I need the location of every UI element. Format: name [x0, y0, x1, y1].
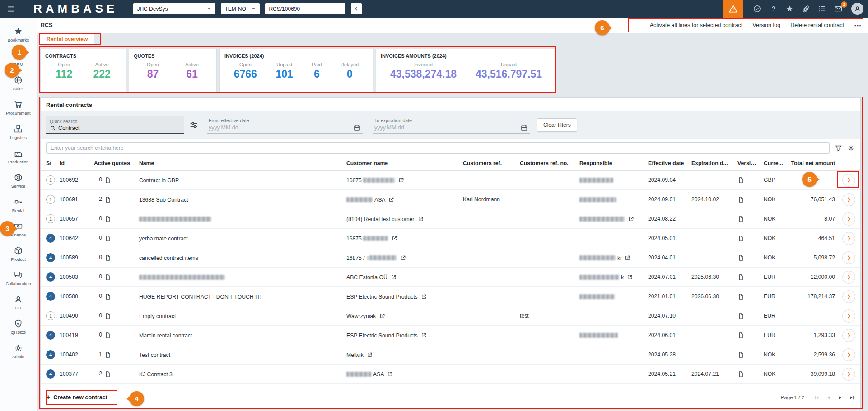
versions-icon[interactable] [737, 254, 744, 261]
sidebar-item-admin[interactable]: Admin [0, 339, 37, 363]
sidebar-item-sales[interactable]: Sales [0, 71, 37, 95]
versions-icon[interactable] [737, 351, 744, 358]
external-link-icon[interactable] [367, 352, 373, 358]
external-link-icon[interactable] [418, 216, 424, 222]
open-contract-button[interactable] [842, 193, 855, 206]
column-header-2[interactable]: Id [57, 157, 91, 171]
table-row[interactable]: 41005890cancelled contract items16875 / … [41, 248, 860, 268]
versions-icon[interactable] [737, 177, 744, 184]
column-header-4[interactable]: Name [136, 157, 344, 171]
open-contract-button[interactable] [842, 309, 855, 323]
more-actions-button[interactable]: ⋯ [854, 21, 862, 30]
column-header-1[interactable]: St [41, 157, 57, 171]
external-link-icon[interactable] [392, 236, 397, 241]
open-contract-button[interactable] [842, 329, 855, 342]
external-link-icon[interactable] [421, 332, 427, 338]
action-delete-rental-contract[interactable]: Delete rental contract [790, 22, 844, 28]
pg-prev-button[interactable] [826, 395, 831, 401]
column-header-12[interactable]: Curre... [761, 157, 787, 171]
action-activate-all-lines-for-selected-contract[interactable]: Activate all lines for selected contract [650, 22, 743, 28]
open-contract-button[interactable] [842, 212, 855, 226]
external-link-icon[interactable] [388, 197, 394, 203]
quotes-doc-icon[interactable] [104, 332, 111, 339]
sidebar-item-procurement[interactable]: Procurement [0, 95, 37, 120]
versions-icon[interactable] [737, 235, 744, 242]
quotes-doc-icon[interactable] [104, 313, 111, 319]
external-link-icon[interactable] [398, 177, 404, 183]
filter-icon[interactable] [835, 144, 842, 152]
external-link-icon[interactable] [421, 294, 427, 300]
favorites-icon[interactable] [785, 5, 794, 13]
to-expiration-date-field[interactable]: To expiration date [373, 117, 530, 134]
open-contract-button[interactable] [842, 271, 855, 284]
column-header-6[interactable]: Customers ref. [460, 157, 517, 171]
menu-icon[interactable] [6, 5, 15, 14]
open-contract-button[interactable] [842, 232, 855, 245]
system-select[interactable]: JHC DevSys [133, 3, 215, 14]
table-row[interactable]: 11006570(8104) Rental test customer 2024… [41, 209, 860, 229]
calendar-icon[interactable] [353, 124, 361, 132]
external-link-icon[interactable] [625, 255, 630, 261]
collapse-button[interactable] [351, 3, 362, 14]
versions-icon[interactable] [737, 216, 744, 222]
task-list-icon[interactable] [818, 5, 826, 13]
column-header-7[interactable]: Customers ref. no. [517, 157, 577, 171]
doc-type-select[interactable]: TEM-NO [221, 3, 260, 14]
external-link-icon[interactable] [391, 274, 397, 280]
versions-icon[interactable] [737, 196, 744, 203]
table-row[interactable]: 41004190Marcin rental contractESP Electr… [41, 326, 860, 345]
quotes-doc-icon[interactable] [104, 371, 111, 378]
sidebar-item-bookmarks[interactable]: Bookmarks [0, 22, 37, 46]
create-new-contract-button[interactable]: + Create new contract [46, 393, 107, 402]
open-contract-button[interactable] [842, 368, 855, 381]
table-row[interactable]: 11004900Empty contractWawrzyniak test202… [41, 306, 860, 326]
versions-icon[interactable] [737, 332, 744, 339]
settings-gear-icon[interactable] [847, 144, 855, 152]
table-row[interactable]: 41004021Test contractMeltvik 2024.05.28N… [41, 345, 860, 365]
alerts-button[interactable] [723, 0, 743, 18]
pg-last-button[interactable] [849, 395, 855, 401]
sidebar-item-product[interactable]: Product [0, 241, 37, 266]
quotes-doc-icon[interactable] [104, 293, 111, 300]
external-link-icon[interactable] [627, 274, 633, 280]
quotes-doc-icon[interactable] [104, 235, 111, 242]
filter-options-icon[interactable] [189, 120, 199, 130]
table-row[interactable]: 41006420yerba mate contract16875 2024.05… [41, 229, 860, 248]
table-row[interactable]: 1100691213688 Sub ContractASA Kari Nordm… [41, 190, 860, 209]
sidebar-item-collaboration[interactable]: Collaboration [0, 266, 37, 290]
column-header-8[interactable]: Responsible [577, 157, 645, 171]
tab-rental-overview[interactable]: Rental overview [40, 34, 94, 45]
document-id-input[interactable]: RCS/100690 [265, 3, 345, 14]
sidebar-item-production[interactable]: Production [0, 144, 37, 168]
quotes-doc-icon[interactable] [104, 254, 111, 261]
sidebar-item-rental[interactable]: Rental [0, 193, 37, 217]
column-header-5[interactable]: Customer name [344, 157, 460, 171]
quotes-doc-icon[interactable] [104, 177, 111, 184]
messages-icon[interactable]: 2 [834, 5, 844, 13]
open-contract-button[interactable] [842, 290, 855, 303]
versions-icon[interactable] [737, 274, 744, 281]
open-contract-button[interactable] [842, 348, 855, 361]
table-row[interactable]: 11006920Contract in GBP16875 2024.09.04G… [41, 171, 860, 190]
avatar[interactable] [851, 3, 863, 15]
sidebar-item-qhses[interactable]: QHSES [0, 314, 37, 339]
quotes-doc-icon[interactable] [104, 351, 111, 358]
external-link-icon[interactable] [387, 371, 393, 377]
column-header-9[interactable]: Effective date [645, 157, 689, 171]
table-row[interactable]: 41003772KJ Contract 3ASA 2024.05.212024.… [41, 365, 860, 384]
versions-icon[interactable] [737, 293, 744, 300]
column-header-11[interactable]: Versions [735, 157, 761, 171]
open-contract-button[interactable] [842, 174, 855, 187]
quotes-doc-icon[interactable] [104, 196, 111, 203]
open-contract-button[interactable] [842, 251, 855, 264]
quotes-doc-icon[interactable] [104, 216, 111, 222]
external-link-icon[interactable] [400, 255, 406, 261]
approvals-icon[interactable] [753, 5, 761, 13]
from-date-input[interactable] [209, 125, 353, 131]
attachments-icon[interactable] [802, 5, 810, 13]
sidebar-item-logistics[interactable]: Logistics [0, 120, 37, 144]
sidebar-item-finance[interactable]: Finance [0, 217, 37, 241]
from-effective-date-field[interactable]: From effective date [207, 117, 363, 134]
sidebar-item-service[interactable]: Service [0, 168, 37, 193]
versions-icon[interactable] [737, 371, 744, 378]
